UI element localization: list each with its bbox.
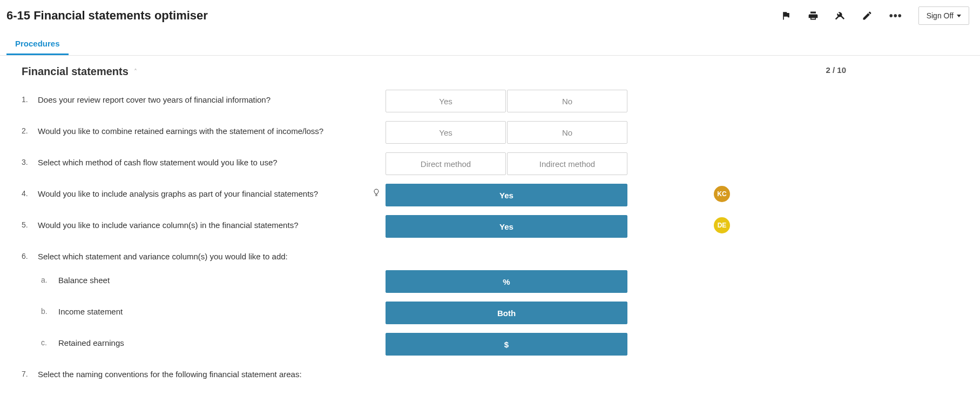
option-yes[interactable]: Yes xyxy=(386,90,506,112)
question-number: 3. xyxy=(22,158,32,167)
question-text: Select the naming conventions for the fo… xyxy=(38,370,302,379)
question-text: Select which method of cash flow stateme… xyxy=(38,158,278,167)
question-number: 2. xyxy=(22,126,32,136)
page-title: 6-15 Financial statements optimiser xyxy=(6,9,208,23)
avatar-kc[interactable]: KC xyxy=(714,186,730,202)
option-indirect[interactable]: Indirect method xyxy=(507,152,627,175)
edit-icon[interactable] xyxy=(861,10,873,22)
question-number: 7. xyxy=(22,370,32,379)
more-icon[interactable]: ••• xyxy=(888,10,903,22)
question-text: Would you like to include variance colum… xyxy=(38,220,298,230)
option-selected-yes[interactable]: Yes xyxy=(386,184,627,206)
collapse-icon[interactable]: ˄ xyxy=(134,68,137,76)
hint-icon[interactable] xyxy=(372,187,381,199)
question-text: Select which statement and variance colu… xyxy=(38,252,288,261)
option-direct[interactable]: Direct method xyxy=(386,152,506,175)
question-row: 5. Would you like to include variance co… xyxy=(22,211,958,242)
sub-text: Income statement xyxy=(58,307,123,316)
option-yes[interactable]: Yes xyxy=(386,121,506,144)
print-icon[interactable] xyxy=(807,10,819,22)
option-no[interactable]: No xyxy=(507,90,627,112)
sub-number: c. xyxy=(41,338,53,347)
tab-procedures[interactable]: Procedures xyxy=(6,34,69,55)
sub-number: a. xyxy=(41,276,53,285)
question-row: 7. Select the naming conventions for the… xyxy=(22,360,958,384)
sub-number: b. xyxy=(41,307,53,316)
question-row: 2. Would you like to combine retained ea… xyxy=(22,117,958,148)
chevron-down-icon xyxy=(957,15,961,17)
signoff-button[interactable]: Sign Off xyxy=(918,6,969,25)
sub-text: Retained earnings xyxy=(58,338,124,347)
question-row: 3. Select which method of cash flow stat… xyxy=(22,148,958,179)
question-text: Would you like to include analysis graph… xyxy=(38,189,318,198)
option-selected-yes[interactable]: Yes xyxy=(386,215,627,238)
section-title: Financial statements xyxy=(22,65,129,78)
question-subrow: a. Balance sheet % xyxy=(22,266,958,297)
tools-icon[interactable] xyxy=(834,10,846,22)
option-selected-both[interactable]: Both xyxy=(386,302,627,324)
toolbar: ••• Sign Off xyxy=(780,6,969,25)
flag-icon[interactable] xyxy=(780,10,792,22)
question-text: Would you like to combine retained earni… xyxy=(38,126,323,136)
option-selected-dollar[interactable]: $ xyxy=(386,333,627,356)
option-selected-percent[interactable]: % xyxy=(386,270,627,293)
question-row: 6. Select which statement and variance c… xyxy=(22,242,958,266)
progress-counter: 2 / 10 xyxy=(826,65,846,75)
tabs: Procedures xyxy=(0,34,980,56)
sub-text: Balance sheet xyxy=(58,276,110,285)
question-number: 6. xyxy=(22,252,32,261)
question-subrow: b. Income statement Both xyxy=(22,297,958,329)
question-number: 1. xyxy=(22,95,32,104)
question-row: 1. Does your review report cover two yea… xyxy=(22,85,958,117)
question-subrow: c. Retained earnings $ xyxy=(22,329,958,360)
avatar-de[interactable]: DE xyxy=(714,217,730,233)
question-number: 4. xyxy=(22,189,32,198)
option-no[interactable]: No xyxy=(507,121,627,144)
signoff-label: Sign Off xyxy=(927,11,954,20)
question-text: Does your review report cover two years … xyxy=(38,95,271,104)
question-row: 4. Would you like to include analysis gr… xyxy=(22,179,958,211)
question-number: 5. xyxy=(22,220,32,230)
